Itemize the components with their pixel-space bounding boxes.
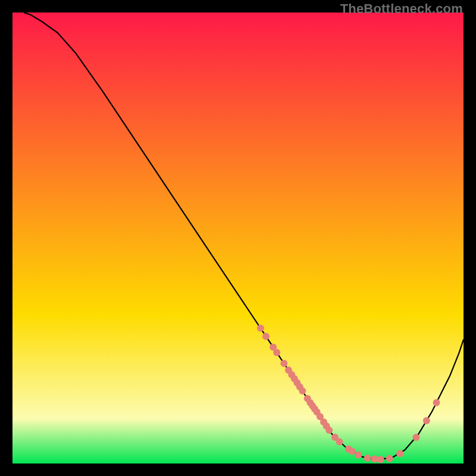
chart-canvas (12, 12, 464, 464)
data-point (364, 455, 371, 462)
gradient-background (12, 12, 464, 464)
data-point (336, 439, 343, 446)
data-point (280, 360, 287, 367)
data-point (396, 450, 403, 457)
data-point (377, 456, 384, 463)
data-point (349, 448, 356, 455)
data-point (433, 399, 440, 406)
data-point (386, 455, 393, 462)
data-point (423, 417, 430, 424)
data-point (412, 434, 419, 441)
bottleneck-chart (12, 12, 464, 464)
data-point (257, 325, 264, 332)
data-point (325, 427, 333, 434)
watermark-text: TheBottleneck.com (340, 1, 463, 17)
data-point (262, 333, 270, 340)
data-point (273, 349, 280, 356)
data-point (299, 387, 306, 394)
data-point (355, 452, 362, 459)
